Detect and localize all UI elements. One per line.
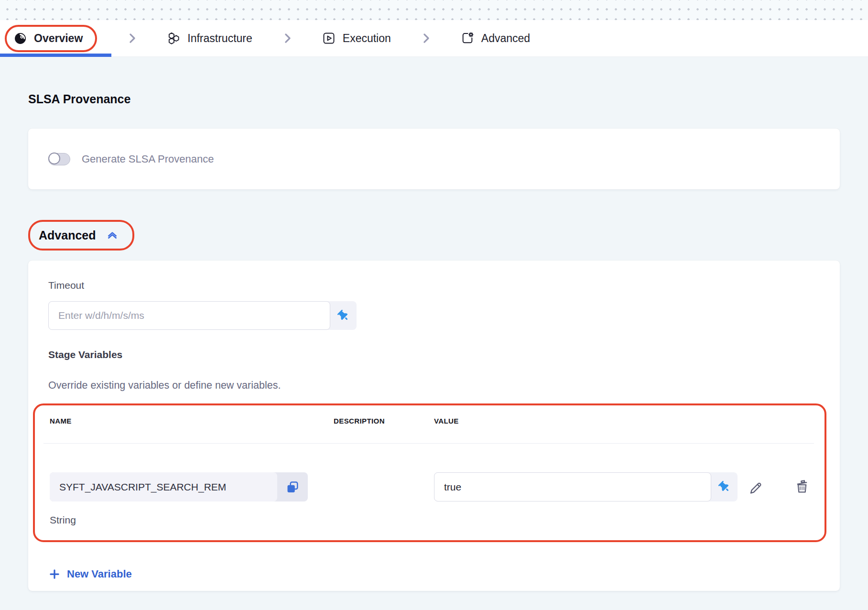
trash-icon xyxy=(794,479,810,495)
edit-variable-button[interactable] xyxy=(747,479,763,495)
pencil-icon xyxy=(747,479,763,495)
advanced-settings-icon xyxy=(461,32,474,45)
timeout-input-group xyxy=(48,301,357,330)
annotation-highlight-overview-tab: Overview xyxy=(5,25,97,52)
tab-execution-label: Execution xyxy=(343,32,391,45)
copy-icon xyxy=(285,480,300,494)
generate-slsa-toggle[interactable] xyxy=(48,153,70,165)
annotation-highlight-variables-table: NAME DESCRIPTION VALUE SYFT_JAVASCRIPT_S… xyxy=(33,403,826,542)
collapse-chevron-up-icon[interactable] xyxy=(105,228,119,242)
tab-overview[interactable]: Overview xyxy=(14,32,83,45)
variable-value-input[interactable] xyxy=(434,472,711,501)
timeout-input[interactable] xyxy=(48,301,330,330)
slsa-section-heading: SLSA Provenance xyxy=(28,92,840,106)
stage-tabbar: Overview Infrastructure xyxy=(0,20,868,57)
advanced-card: Timeout Stage Variables Override existin… xyxy=(28,261,840,591)
canvas-dotted-background xyxy=(0,0,868,20)
stage-overview-content: SLSA Provenance Generate SLSA Provenance… xyxy=(0,92,868,591)
generate-slsa-toggle-label: Generate SLSA Provenance xyxy=(82,153,214,165)
delete-variable-button[interactable] xyxy=(794,479,810,495)
tab-separator xyxy=(280,31,294,45)
tab-separator xyxy=(125,31,139,45)
tab-advanced[interactable]: Advanced xyxy=(461,32,530,45)
value-pin-button[interactable] xyxy=(711,472,738,501)
variable-name-cell: SYFT_JAVASCRIPT_SEARCH_REM String xyxy=(50,472,334,526)
column-header-description: DESCRIPTION xyxy=(334,417,434,425)
variable-value-input-group xyxy=(434,472,738,501)
variable-row: SYFT_JAVASCRIPT_SEARCH_REM String xyxy=(50,472,825,526)
stage-variables-heading: Stage Variables xyxy=(48,349,840,360)
chevron-right-icon xyxy=(280,31,294,45)
chevron-right-icon xyxy=(419,31,433,45)
copy-variable-name-button[interactable] xyxy=(277,472,308,501)
variable-name-field[interactable]: SYFT_JAVASCRIPT_SEARCH_REM xyxy=(50,472,277,501)
pin-icon xyxy=(336,308,351,324)
timeout-pin-button[interactable] xyxy=(330,301,357,330)
variable-description-cell xyxy=(334,472,434,501)
execution-icon xyxy=(322,32,336,45)
tab-execution[interactable]: Execution xyxy=(322,32,391,45)
tab-advanced-label: Advanced xyxy=(481,32,530,45)
plus-icon xyxy=(48,568,61,580)
tab-separator xyxy=(419,31,433,45)
annotation-highlight-advanced-header: Advanced xyxy=(28,220,134,251)
infrastructure-icon xyxy=(167,32,180,45)
advanced-section-heading[interactable]: Advanced xyxy=(39,229,96,242)
toggle-knob xyxy=(48,152,60,164)
column-header-name: NAME xyxy=(50,417,334,425)
tab-overview-label: Overview xyxy=(34,32,83,45)
column-header-value: VALUE xyxy=(434,417,459,425)
tab-infrastructure[interactable]: Infrastructure xyxy=(167,32,252,45)
new-variable-button[interactable]: New Variable xyxy=(48,568,132,580)
pin-icon xyxy=(716,479,732,495)
stage-variables-description: Override existing variables or define ne… xyxy=(48,380,840,392)
variable-name-chip: SYFT_JAVASCRIPT_SEARCH_REM xyxy=(50,472,308,501)
active-tab-underline xyxy=(0,54,111,57)
pipeline-stage-settings-page: Overview Infrastructure xyxy=(0,0,868,591)
tab-infrastructure-label: Infrastructure xyxy=(187,32,252,45)
stage-overview-icon xyxy=(14,32,27,45)
chevron-right-icon xyxy=(125,31,139,45)
variable-type-label: String xyxy=(50,514,334,526)
new-variable-label: New Variable xyxy=(67,568,132,580)
table-divider xyxy=(43,443,814,444)
slsa-card: Generate SLSA Provenance xyxy=(28,129,840,189)
timeout-label: Timeout xyxy=(48,280,840,291)
variables-table-header: NAME DESCRIPTION VALUE xyxy=(50,417,825,425)
